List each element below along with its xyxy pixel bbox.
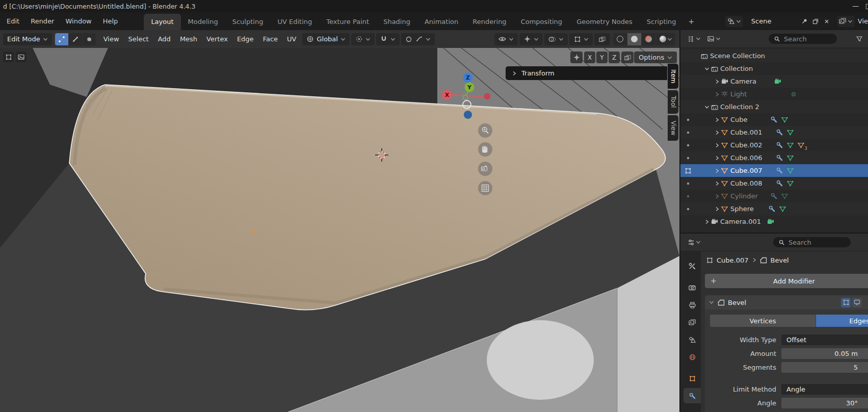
wrench-icon[interactable] xyxy=(768,205,776,213)
expand-icon[interactable] xyxy=(713,167,721,174)
mesh-data-icon[interactable] xyxy=(779,205,786,213)
properties-tab-modifier[interactable] xyxy=(683,388,701,403)
xray-toggle[interactable] xyxy=(594,33,610,45)
angle-field[interactable]: 30° xyxy=(781,398,868,408)
mesh-data-icon[interactable] xyxy=(786,141,794,149)
width-type-field[interactable]: Offset xyxy=(781,334,868,345)
outliner-row-cube-006[interactable]: Cube.006 xyxy=(680,151,868,164)
mesh-badge-icon[interactable]: 3 xyxy=(797,141,805,149)
limit-method-field[interactable]: Angle xyxy=(781,384,868,395)
rendered-shading-button[interactable] xyxy=(656,33,675,45)
gizmo-z-neg-handle[interactable] xyxy=(464,111,472,119)
expand-icon[interactable] xyxy=(713,179,721,187)
zoom-icon[interactable] xyxy=(478,123,492,138)
expand-icon[interactable] xyxy=(713,128,721,136)
scene-browse-dropdown[interactable] xyxy=(725,16,743,27)
axis-x-button[interactable]: X xyxy=(584,52,595,63)
wrench-icon[interactable] xyxy=(776,179,783,187)
pan-hand-icon[interactable] xyxy=(478,142,492,157)
add-modifier-button[interactable]: Add Modifier xyxy=(705,274,868,288)
properties-editor-type-dropdown[interactable] xyxy=(686,238,702,247)
amount-field[interactable]: 0.05 m xyxy=(781,348,868,359)
affect-edges-button[interactable]: Edges xyxy=(816,315,868,327)
wrench-icon[interactable] xyxy=(776,141,783,149)
viewport-menu-select[interactable]: Select xyxy=(124,34,153,44)
expand-icon[interactable] xyxy=(703,65,711,72)
wrench-icon[interactable] xyxy=(770,116,778,123)
mesh-data-icon[interactable] xyxy=(786,179,794,187)
expand-icon[interactable] xyxy=(713,154,721,162)
axis-z-button[interactable]: Z xyxy=(609,52,620,63)
viewport-widget-button-1[interactable] xyxy=(3,52,14,62)
proportional-edit-dropdown[interactable] xyxy=(401,33,435,45)
close-icon[interactable] xyxy=(823,17,831,25)
wrench-icon[interactable] xyxy=(776,167,783,174)
axis-y-button[interactable]: Y xyxy=(596,52,608,63)
perspective-grid-icon[interactable] xyxy=(478,181,492,195)
properties-tab-render[interactable] xyxy=(683,280,701,295)
viewport-menu-edge[interactable]: Edge xyxy=(232,34,258,44)
properties-tab-output[interactable] xyxy=(683,297,701,313)
gizmo-x-neg-handle[interactable] xyxy=(484,93,491,100)
face-select-button[interactable] xyxy=(83,33,96,45)
menu-window[interactable]: Window xyxy=(60,16,97,27)
wrench-icon[interactable] xyxy=(770,192,778,200)
camera-data-icon[interactable] xyxy=(767,218,775,225)
mesh-data-icon[interactable] xyxy=(786,128,794,136)
menu-help[interactable]: Help xyxy=(97,16,124,27)
add-workspace-button[interactable]: + xyxy=(683,16,700,27)
properties-tab-view-layer[interactable] xyxy=(683,315,701,330)
properties-tab-tool[interactable] xyxy=(683,259,701,274)
mesh-data-icon[interactable] xyxy=(786,167,794,174)
wrench-icon[interactable] xyxy=(776,154,783,162)
maximize-button[interactable]: □ xyxy=(865,0,868,12)
mesh-data-icon[interactable] xyxy=(781,192,788,200)
sidebar-tab-tool[interactable]: Tool xyxy=(668,90,678,113)
light-data-icon[interactable] xyxy=(790,90,797,98)
workspace-tab-modeling[interactable]: Modeling xyxy=(181,14,225,30)
outliner-row-sphere[interactable]: Sphere xyxy=(680,202,868,215)
overlays-dropdown[interactable] xyxy=(544,33,568,45)
breadcrumb-modifier[interactable]: Bevel xyxy=(771,256,789,264)
outliner-row-cube-007[interactable]: Cube.007 xyxy=(680,164,868,177)
wrench-icon[interactable] xyxy=(776,128,783,136)
workspace-tab-animation[interactable]: Animation xyxy=(417,14,465,30)
options-dropdown[interactable]: Options xyxy=(634,52,677,63)
workspace-tab-scripting[interactable]: Scripting xyxy=(640,14,683,30)
camera-data-icon[interactable] xyxy=(774,78,781,85)
mesh-data-icon[interactable] xyxy=(781,116,788,123)
modifier-editmode-toggle[interactable] xyxy=(841,298,851,307)
outliner-editor-type-dropdown[interactable] xyxy=(686,34,702,44)
mesh-display-dropdown[interactable] xyxy=(569,33,593,45)
workspace-tab-uv-editing[interactable]: UV Editing xyxy=(270,14,319,30)
gizmo-dropdown[interactable] xyxy=(519,33,543,45)
outliner-row-cube-002[interactable]: Cube.0023 xyxy=(680,139,868,151)
mesh-data-icon[interactable] xyxy=(786,154,794,162)
expand-icon[interactable] xyxy=(713,116,721,123)
expand-icon[interactable] xyxy=(713,141,721,149)
mode-dropdown[interactable]: Edit Mode xyxy=(3,33,52,45)
workspace-tab-shading[interactable]: Shading xyxy=(376,14,417,30)
outliner-row-scene-collection[interactable]: Scene Collection xyxy=(680,49,868,62)
camera-view-icon[interactable] xyxy=(478,162,492,176)
expand-icon[interactable] xyxy=(703,103,711,111)
workspace-tab-sculpting[interactable]: Sculpting xyxy=(225,14,271,30)
properties-search-input[interactable]: Search xyxy=(773,237,851,247)
viewport-widget-button-2[interactable] xyxy=(16,52,27,62)
workspace-tab-texture-paint[interactable]: Texture Paint xyxy=(319,14,376,30)
viewport-3d[interactable]: Edit Mode ViewSelectAddMeshVertexEdgeFac… xyxy=(0,30,679,412)
expand-icon[interactable] xyxy=(713,205,721,213)
outliner-row-cube[interactable]: Cube xyxy=(680,113,868,126)
outliner-row-light[interactable]: Light xyxy=(680,88,868,100)
outliner-row-collection-2[interactable]: Collection 2 xyxy=(680,100,868,113)
wireframe-shading-button[interactable] xyxy=(613,33,627,45)
snap-widget-button[interactable] xyxy=(621,52,634,63)
minimize-button[interactable]: — xyxy=(852,0,859,12)
transform-widget-button[interactable] xyxy=(570,52,583,63)
snap-dropdown[interactable] xyxy=(376,33,400,45)
scene-name-field[interactable]: Scene xyxy=(746,16,834,27)
outliner-row-collection[interactable]: Collection xyxy=(680,62,868,75)
orientation-dropdown[interactable]: Global xyxy=(302,33,349,45)
outliner-search-input[interactable]: Search xyxy=(769,34,837,44)
viewport-menu-add[interactable]: Add xyxy=(153,34,175,44)
